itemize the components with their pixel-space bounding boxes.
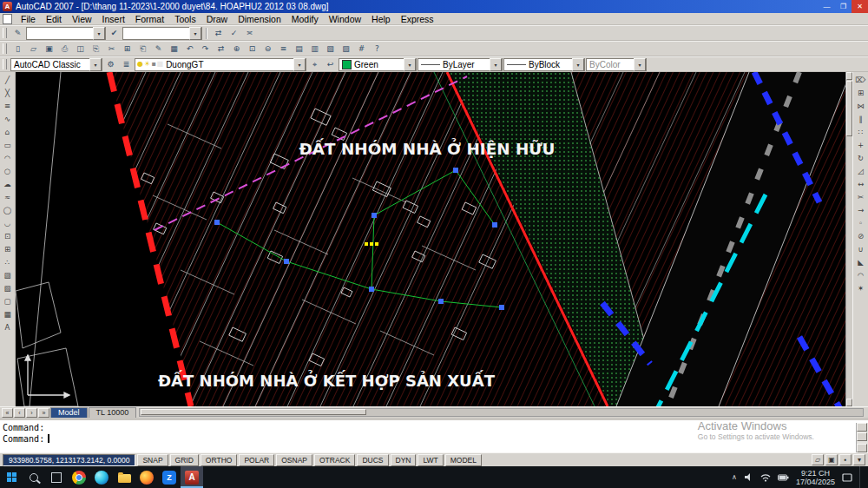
toolbar-combo-2[interactable] [122, 27, 202, 40]
combo-arrow-icon[interactable] [572, 58, 584, 71]
network-icon[interactable] [760, 473, 771, 482]
menu-item[interactable]: File [16, 14, 41, 24]
point-icon[interactable]: ∴ [1, 256, 15, 269]
action-center-icon[interactable] [842, 472, 852, 483]
line-icon[interactable]: ╱ [1, 74, 15, 87]
stretch-icon[interactable]: ↔ [854, 178, 868, 191]
spline-icon[interactable]: ≈ [1, 191, 15, 204]
scroll-down-icon[interactable] [846, 399, 852, 406]
status-toggle[interactable]: MODEL [445, 454, 482, 466]
combo-arrow-icon[interactable] [89, 58, 102, 71]
menu-item[interactable]: Modify [286, 14, 324, 24]
firefox-taskbar-button[interactable] [135, 466, 158, 488]
mtext-icon[interactable]: A [1, 321, 15, 334]
region-icon[interactable]: ▢ [1, 295, 15, 308]
close-button[interactable]: ✕ [852, 0, 868, 13]
tray-expand-icon[interactable]: ∧ [732, 473, 737, 481]
copy-icon[interactable]: ⊞ [120, 42, 135, 56]
undo-icon[interactable]: ↶ [182, 42, 197, 56]
combo-arrow-icon[interactable] [490, 58, 502, 71]
break-point-icon[interactable]: ◦ [854, 217, 868, 230]
status-toggle[interactable]: LWT [418, 454, 443, 466]
zoom-window-icon[interactable]: ⊡ [245, 42, 260, 56]
make-block-icon[interactable]: ⊞ [1, 243, 15, 256]
status-toggle[interactable]: OTRACK [314, 454, 355, 466]
scale-icon[interactable]: ◿ [854, 165, 868, 178]
save-icon[interactable]: ▣ [42, 42, 56, 56]
toolbar-combo-1[interactable] [26, 27, 106, 40]
layer-translate-icon[interactable]: ⇄ [211, 26, 226, 40]
rotate-icon[interactable]: ↻ [854, 152, 868, 165]
plot-icon[interactable]: ⎙ [57, 42, 72, 56]
layer-properties-icon[interactable]: ≣ [119, 57, 134, 71]
offset-icon[interactable]: ∥ [854, 113, 868, 126]
search-button[interactable] [23, 466, 45, 488]
workspace-settings-icon[interactable]: ⚙ [103, 57, 118, 71]
paste-icon[interactable]: ⎗ [135, 42, 150, 56]
drawing-file-icon[interactable] [3, 14, 12, 24]
toolbar-grip[interactable] [3, 43, 7, 54]
menu-item[interactable]: Dimension [233, 14, 286, 24]
status-toggle[interactable]: POLAR [239, 454, 274, 466]
redo-icon[interactable]: ↷ [198, 42, 213, 56]
menu-item[interactable]: Insert [97, 14, 130, 24]
scroll-thumb[interactable] [141, 409, 366, 415]
status-toggle[interactable]: OSNAP [276, 454, 312, 466]
help-icon[interactable]: ? [370, 42, 385, 56]
standards-icon[interactable]: ✔ [107, 26, 122, 40]
insert-block-icon[interactable]: ⊡ [1, 230, 15, 243]
layer-lock-icon[interactable]: ▪ [151, 61, 155, 68]
status-toggle[interactable]: SNAP [137, 454, 168, 466]
taskbar-clock[interactable]: 9:21 CH 17/04/2025 [796, 469, 835, 486]
layer-previous-icon[interactable]: ↩ [323, 57, 338, 71]
tab-next-icon[interactable]: › [26, 408, 37, 418]
maximize-button[interactable]: ❐ [835, 0, 852, 13]
edge-taskbar-button[interactable] [90, 466, 113, 488]
status-toggle[interactable]: DYN [391, 454, 417, 466]
sketch-icon[interactable]: ✎ [10, 26, 25, 40]
plot-preview-icon[interactable]: ◫ [73, 42, 88, 56]
chamfer-icon[interactable]: ◣ [854, 256, 868, 269]
zoom-realtime-icon[interactable]: ⊕ [229, 42, 244, 56]
layer-combo[interactable]: ●☀▪■ DuongGT [135, 58, 306, 71]
multiline-icon[interactable]: ≡ [1, 100, 15, 113]
lineweight-combo[interactable]: ByBlock [503, 58, 585, 71]
minimize-button[interactable]: — [819, 0, 835, 13]
layer-color-icon[interactable]: ■ [157, 61, 164, 68]
trim-icon[interactable]: ✂ [854, 191, 868, 204]
tab-model[interactable]: Model [50, 407, 88, 419]
mirror-icon[interactable]: ⋈ [854, 100, 868, 113]
construction-line-icon[interactable]: ╳ [1, 87, 15, 100]
ellipse-arc-icon[interactable]: ◡ [1, 217, 15, 230]
speaker-icon[interactable] [744, 472, 753, 482]
tab-layout[interactable]: TL 10000 [89, 407, 137, 419]
join-icon[interactable]: ∪ [854, 243, 868, 256]
designcenter-icon[interactable]: ▤ [292, 42, 306, 56]
status-toggle[interactable]: ORTHO [201, 454, 238, 466]
zalo-taskbar-button[interactable] [158, 466, 181, 488]
qnew-icon[interactable]: ▯ [10, 42, 25, 56]
menu-item[interactable]: Format [130, 14, 169, 24]
layer-on-icon[interactable]: ● [137, 61, 143, 68]
scroll-down-icon[interactable] [857, 444, 867, 452]
status-menu-icon[interactable]: ▾ [853, 454, 865, 465]
polyline-icon[interactable]: ∿ [1, 113, 15, 126]
sheet-set-manager-icon[interactable]: ▧ [323, 42, 338, 56]
menu-item[interactable]: Edit [41, 14, 67, 24]
layer-thaw-icon[interactable]: ☀ [144, 61, 150, 68]
tool-palettes-icon[interactable]: ▥ [307, 42, 322, 56]
arc-icon[interactable]: ◠ [1, 152, 15, 165]
command-scrollbar[interactable] [856, 423, 868, 452]
menu-item[interactable]: Draw [201, 14, 233, 24]
autocad-taskbar-button[interactable] [181, 466, 203, 488]
drawing-canvas[interactable]: ĐẤT NHÓM NHÀ Ở HIỆN HỮU ĐẤT NHÓM NHÀ Ở K… [16, 72, 845, 406]
zoom-previous-icon[interactable]: ⊖ [260, 42, 275, 56]
calculator-icon[interactable]: # [354, 42, 369, 56]
revcloud-icon[interactable]: ☁ [1, 178, 15, 191]
make-current-icon[interactable]: ⌖ [307, 57, 322, 71]
combo-arrow-icon[interactable] [293, 58, 306, 71]
scroll-thumb[interactable] [857, 432, 867, 441]
show-desktop-button[interactable] [859, 466, 863, 488]
hatch-icon[interactable]: ▨ [1, 269, 15, 282]
workspace-switch-icon[interactable]: ▣ [825, 454, 838, 465]
